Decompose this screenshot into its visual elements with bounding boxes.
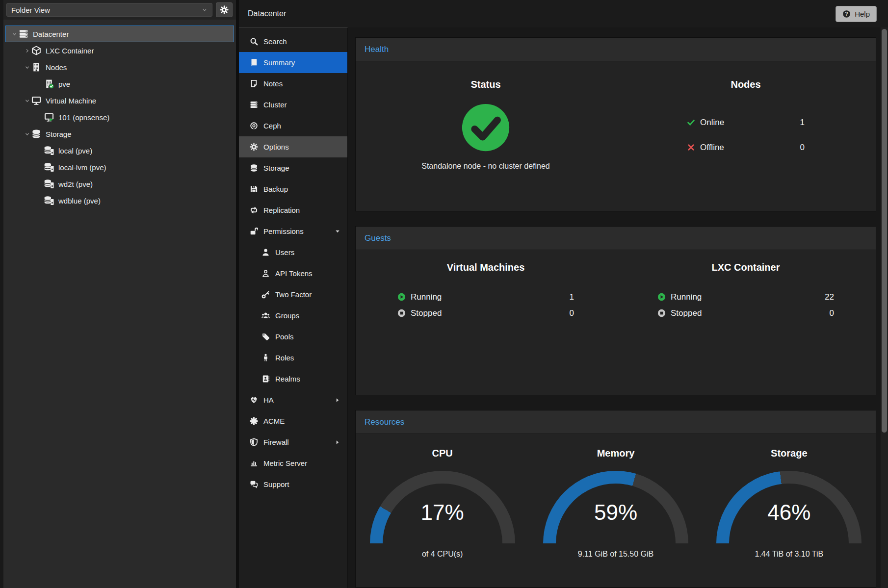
health-panel-body: Status Standalone node - no cluster defi…: [356, 61, 876, 211]
nav-item-roles[interactable]: Roles: [239, 347, 347, 368]
help-button[interactable]: Help: [836, 6, 877, 22]
nav-item-pools[interactable]: Pools: [239, 326, 347, 347]
status-row-stopped: Stopped 0: [397, 305, 574, 321]
status-column: Status Standalone node - no cluster defi…: [356, 61, 616, 211]
tree-item-lxc-container[interactable]: LXC Container: [5, 42, 234, 59]
nav-item-groups[interactable]: Groups: [239, 305, 347, 326]
tree-item-wdblue-pve[interactable]: wdblue (pve): [5, 192, 234, 209]
nav-item-label: Roles: [275, 354, 294, 362]
nav-item-label: Firewall: [263, 438, 289, 446]
nodes-title: Nodes: [616, 79, 876, 90]
nav-item-label: ACME: [263, 417, 285, 425]
nav-item-permissions[interactable]: Permissions: [239, 221, 347, 242]
tree-expander[interactable]: [35, 180, 44, 187]
nav-item-search[interactable]: Search: [239, 31, 347, 52]
status-row-value: 22: [825, 292, 834, 302]
tree-item-label: wdblue (pve): [58, 197, 101, 205]
stop-icon: [397, 309, 406, 317]
heartbeat-icon: [250, 396, 258, 404]
tree-expander[interactable]: [35, 147, 44, 154]
right-region: Datacenter Help Search Summary Notes Clu…: [239, 0, 888, 588]
nav-item-notes[interactable]: Notes: [239, 73, 347, 94]
nav-item-label: Metric Server: [263, 459, 307, 467]
gauge-percent: 17%: [370, 500, 515, 525]
check-icon: [687, 118, 695, 127]
guest-group-virtual-machines: Virtual Machines Running 1 Stopped 0: [356, 250, 616, 395]
gauge-title: Memory: [529, 448, 702, 459]
desktop-icon: [31, 96, 41, 105]
view-mode-value: Folder View: [11, 6, 50, 14]
guest-group-lxc-container: LXC Container Running 22 Stopped 0: [616, 250, 876, 395]
nav-item-ceph[interactable]: Ceph: [239, 115, 347, 136]
nav-item-cluster[interactable]: Cluster: [239, 94, 347, 115]
status-message: Standalone node - no cluster defined: [356, 162, 616, 171]
nav-item-metric-server[interactable]: Metric Server: [239, 453, 347, 474]
view-mode-select[interactable]: Folder View: [6, 3, 212, 17]
chev-down-icon: [25, 65, 30, 70]
chev-down-icon: [25, 131, 30, 137]
nav-item-summary[interactable]: Summary: [239, 52, 347, 73]
tree-expander[interactable]: [10, 30, 19, 37]
acme-icon: [250, 417, 258, 425]
nav-item-firewall[interactable]: Firewall: [239, 432, 347, 453]
lock-open-icon: [250, 227, 258, 235]
tree-item-label: local (pve): [58, 147, 92, 155]
gauge-sublabel: 9.11 GiB of 15.50 GiB: [529, 550, 702, 559]
tree-item-local-pve[interactable]: local (pve): [5, 142, 234, 159]
database-hdd-icon: [44, 179, 54, 189]
tree-expander[interactable]: [35, 197, 44, 204]
nav-item-label: Users: [275, 248, 294, 256]
nav-item-storage[interactable]: Storage: [239, 157, 347, 179]
nav-item-realms[interactable]: Realms: [239, 368, 347, 389]
tree-item-wd2t-pve[interactable]: wd2t (pve): [5, 176, 234, 192]
tree-item-storage[interactable]: Storage: [5, 126, 234, 142]
nav-item-users[interactable]: Users: [239, 242, 347, 263]
tree-expander[interactable]: [23, 130, 31, 137]
status-row-value: 0: [800, 143, 805, 153]
tree-item-nodes[interactable]: Nodes: [5, 59, 234, 76]
tree-expander[interactable]: [23, 97, 31, 104]
status-row-value: 1: [570, 292, 574, 302]
tree-expander[interactable]: [35, 164, 44, 171]
database-hdd-icon: [44, 162, 54, 172]
gauge-title: CPU: [356, 448, 529, 459]
resources-panel: Resources CPU 17% of 4 CPU(s) Memory 59%…: [355, 410, 876, 588]
nav-item-two-factor[interactable]: Two Factor: [239, 284, 347, 305]
building-check-icon: [44, 79, 54, 89]
user-icon: [261, 248, 270, 256]
nav-item-support[interactable]: Support: [239, 474, 347, 495]
nav-item-backup[interactable]: Backup: [239, 179, 347, 200]
address-book-icon: [261, 375, 270, 383]
tree-item-101-opnsense[interactable]: 101 (opnsense): [5, 109, 234, 126]
vertical-scrollbar[interactable]: [881, 27, 888, 588]
nav-item-label: Two Factor: [275, 290, 312, 299]
tree-item-local-lvm-pve[interactable]: local-lvm (pve): [5, 159, 234, 176]
gear-icon: [250, 143, 258, 151]
nav-item-api-tokens[interactable]: API Tokens: [239, 263, 347, 284]
tree-expander[interactable]: [23, 64, 31, 71]
tree-item-label: Datacenter: [33, 30, 69, 38]
tree-toolbar: Folder View: [3, 0, 236, 20]
nav-item-replication[interactable]: Replication: [239, 200, 347, 221]
page-title: Datacenter: [248, 9, 286, 18]
nav-item-ha[interactable]: HA: [239, 389, 347, 410]
tree-settings-button[interactable]: [216, 2, 233, 17]
tree-expander[interactable]: [35, 80, 44, 87]
search-icon: [250, 37, 258, 46]
tree-item-virtual-machine[interactable]: Virtual Machine: [5, 92, 234, 109]
status-row-label: Running: [411, 292, 442, 302]
chev-right-icon: [25, 48, 30, 53]
tree-expander[interactable]: [35, 114, 44, 121]
tree-item-pve[interactable]: pve: [5, 76, 234, 92]
nav-item-options[interactable]: Options: [239, 136, 347, 157]
tree-item-label: Storage: [46, 130, 72, 138]
tree-expander[interactable]: [23, 47, 31, 54]
gauge-arc: 46%: [716, 471, 862, 543]
nav-item-acme[interactable]: ACME: [239, 410, 347, 432]
question-circle-icon: [842, 10, 851, 18]
scrollbar-thumb[interactable]: [882, 29, 887, 433]
nav-item-label: HA: [263, 396, 274, 404]
nav-item-label: Summary: [263, 58, 295, 67]
tree-item-datacenter[interactable]: Datacenter: [5, 26, 234, 42]
nav-item-label: Replication: [263, 206, 300, 214]
